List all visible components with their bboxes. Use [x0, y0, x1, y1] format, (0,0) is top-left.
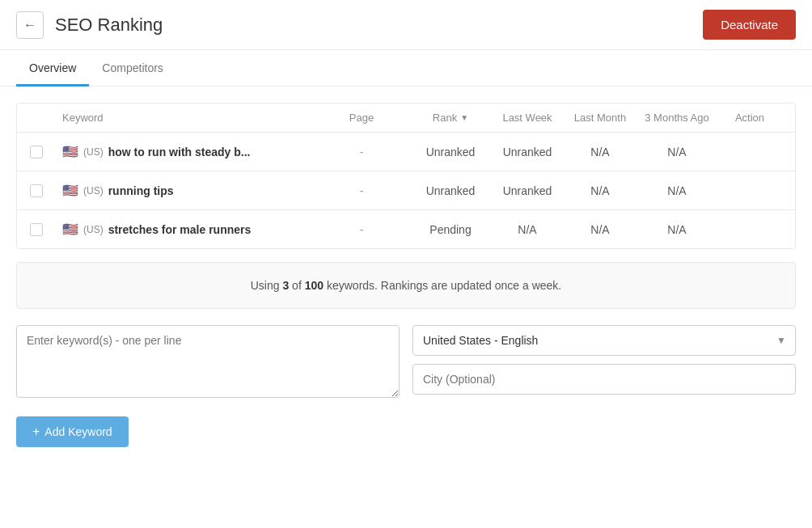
keyword-cell-1: 🇺🇸 (US) how to run with steady b... [62, 144, 313, 159]
back-button[interactable]: ← [16, 11, 44, 39]
info-text-after: keywords. Rankings are updated once a we… [324, 279, 561, 292]
page-cell-1: - [313, 146, 410, 158]
tabs-nav: Overview Competitors [0, 50, 812, 87]
row-checkbox-3[interactable] [30, 223, 43, 236]
header: ← SEO Ranking Deactivate [0, 0, 812, 50]
keyword-textarea[interactable] [16, 325, 400, 398]
keywords-total: 100 [305, 279, 324, 292]
three-months-cell-2: N/A [636, 184, 717, 197]
us-flag-icon-2: 🇺🇸 [62, 183, 78, 198]
page-title: SEO Ranking [55, 15, 163, 36]
right-inputs: United States - English United Kingdom -… [412, 325, 796, 400]
tab-overview[interactable]: Overview [16, 50, 89, 87]
col-page: Page [313, 112, 410, 124]
three-months-cell-3: N/A [636, 223, 717, 236]
col-action: Action [717, 112, 782, 124]
content: Keyword Page Rank ▼ Last Week Last Month… [0, 87, 812, 463]
tab-competitors[interactable]: Competitors [89, 50, 176, 87]
plus-icon: + [32, 425, 40, 439]
city-input[interactable] [412, 364, 796, 395]
keyword-text-1: how to run with steady b... [108, 146, 251, 158]
add-keyword-label: Add Keyword [44, 425, 112, 438]
us-flag-icon-3: 🇺🇸 [62, 222, 78, 237]
keyword-cell-3: 🇺🇸 (US) stretches for male runners [62, 222, 313, 237]
info-box: Using 3 of 100 keywords. Rankings are up… [16, 262, 796, 309]
last-week-cell-3: N/A [491, 223, 564, 236]
country-code-2: (US) [83, 185, 104, 196]
header-left: ← SEO Ranking [16, 11, 163, 39]
checkbox-cell-2 [30, 184, 62, 197]
page-cell-2: - [313, 184, 410, 197]
last-week-cell-2: Unranked [491, 184, 564, 197]
table-header: Keyword Page Rank ▼ Last Week Last Month… [17, 103, 795, 133]
col-last-week: Last Week [491, 112, 564, 124]
last-month-cell-2: N/A [564, 184, 636, 197]
checkbox-cell-3 [30, 223, 62, 236]
sort-icon: ▼ [460, 113, 468, 122]
rank-cell-3: Pending [410, 223, 491, 236]
rank-cell-1: Unranked [410, 146, 491, 158]
info-text-middle: of [289, 279, 304, 292]
col-checkbox [30, 112, 62, 124]
keyword-cell-2: 🇺🇸 (US) running tips [62, 183, 313, 198]
last-month-cell-3: N/A [564, 223, 636, 236]
add-keyword-button[interactable]: + Add Keyword [16, 416, 129, 447]
deactivate-button[interactable]: Deactivate [703, 10, 796, 40]
country-code-1: (US) [83, 146, 104, 158]
col-three-months: 3 Months Ago [636, 112, 717, 124]
country-code-3: (US) [83, 224, 104, 235]
last-week-cell-1: Unranked [491, 146, 564, 158]
row-checkbox-2[interactable] [30, 184, 43, 197]
page-cell-3: - [313, 223, 410, 236]
table-row: 🇺🇸 (US) running tips - Unranked Unranked… [17, 171, 795, 210]
info-text-before: Using [251, 279, 283, 292]
col-keyword: Keyword [62, 112, 313, 124]
checkbox-cell-1 [30, 146, 62, 158]
row-checkbox-1[interactable] [30, 146, 43, 158]
rank-cell-2: Unranked [410, 184, 491, 197]
country-select-wrapper: United States - English United Kingdom -… [412, 325, 796, 356]
keyword-text-3: stretches for male runners [108, 223, 252, 236]
last-month-cell-1: N/A [564, 146, 636, 158]
page-container: ← SEO Ranking Deactivate Overview Compet… [0, 0, 812, 528]
add-keyword-section: United States - English United Kingdom -… [16, 325, 796, 400]
table-row: 🇺🇸 (US) stretches for male runners - Pen… [17, 210, 795, 248]
three-months-cell-1: N/A [636, 146, 717, 158]
col-last-month: Last Month [564, 112, 636, 124]
keyword-table: Keyword Page Rank ▼ Last Week Last Month… [16, 103, 796, 249]
country-select[interactable]: United States - English United Kingdom -… [412, 325, 796, 356]
us-flag-icon-1: 🇺🇸 [62, 144, 78, 159]
col-rank[interactable]: Rank ▼ [410, 112, 491, 124]
keyword-text-2: running tips [108, 184, 174, 197]
table-row: 🇺🇸 (US) how to run with steady b... - Un… [17, 133, 795, 171]
keyword-textarea-wrapper [16, 325, 400, 400]
